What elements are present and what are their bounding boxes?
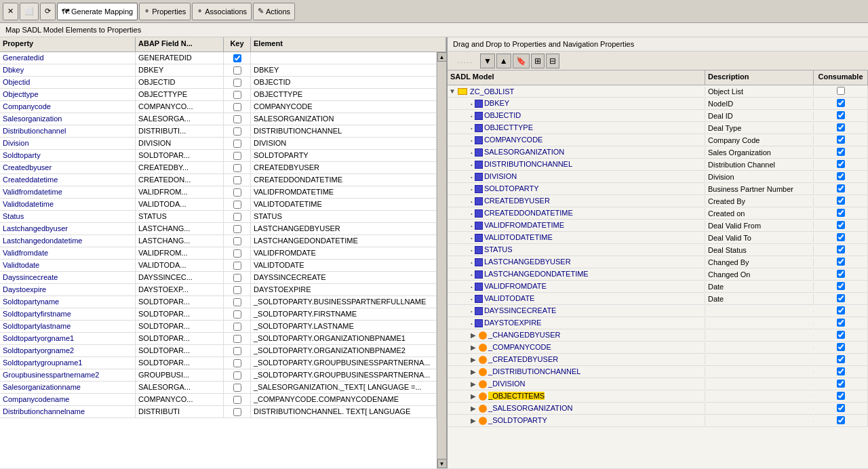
cell-key[interactable] xyxy=(224,394,251,405)
key-checkbox[interactable] xyxy=(233,298,241,306)
cell-key[interactable] xyxy=(224,296,251,308)
table-row[interactable]: ValidtodatetimeVALIDTODA...VALIDTODATETI… xyxy=(0,199,437,211)
tree-node-consumable[interactable] xyxy=(814,268,868,280)
tree-node-consumable[interactable] xyxy=(814,110,868,121)
tree-node-row[interactable]: • CREATEDDONDATETIMECreated on xyxy=(448,207,868,220)
tree-root-consumable[interactable] xyxy=(814,85,868,97)
tree-node-consumable[interactable] xyxy=(814,98,868,109)
table-row[interactable]: SoldtopartynameSOLDTOPAR..._SOLDTOPARTY.… xyxy=(0,296,437,308)
key-checkbox[interactable] xyxy=(233,371,241,380)
expand-icon[interactable]: ▶ xyxy=(471,417,476,424)
scroll-up-arrow[interactable]: ▲ xyxy=(437,52,447,62)
tree-node-row[interactable]: • VALIDTODATEDate xyxy=(448,293,868,305)
tree-node-row[interactable]: • VALIDTODATETIMEDeal Valid To xyxy=(448,232,868,244)
tree-node-consumable[interactable] xyxy=(814,317,868,329)
tree-node-consumable[interactable] xyxy=(814,378,868,390)
filter-button[interactable]: ▼ xyxy=(480,54,495,68)
table-row[interactable]: DayssincecreateDAYSSINCEC...DAYSSINCECRE… xyxy=(0,272,437,284)
consumable-checkbox[interactable] xyxy=(837,416,845,424)
tree-node-consumable[interactable] xyxy=(814,232,868,243)
consumable-checkbox[interactable] xyxy=(837,184,845,192)
tree-node-consumable[interactable] xyxy=(814,403,868,414)
tree-node-consumable[interactable] xyxy=(814,390,868,402)
consumable-checkbox[interactable] xyxy=(837,99,845,107)
table-row[interactable]: Soldtopartyorgname1SOLDTOPAR..._SOLDTOPA… xyxy=(0,333,437,345)
table-row[interactable]: SoldtopartySOLDTOPAR...SOLDTOPARTY xyxy=(0,150,437,162)
key-checkbox[interactable] xyxy=(233,140,241,148)
key-checkbox[interactable] xyxy=(233,359,241,367)
consumable-checkbox[interactable] xyxy=(837,111,845,119)
cell-key[interactable] xyxy=(224,64,251,76)
table-row[interactable]: ValidtodateVALIDTODA...VALIDTODATE xyxy=(0,260,437,272)
key-checkbox[interactable] xyxy=(233,408,241,416)
tree-node-row[interactable]: • DIVISIONDivision xyxy=(448,171,868,183)
key-checkbox[interactable] xyxy=(233,213,241,221)
bookmark-button[interactable]: 🔖 xyxy=(513,54,530,68)
tree-node-consumable[interactable] xyxy=(814,329,868,341)
consumable-checkbox[interactable] xyxy=(837,270,845,278)
tree-node-row[interactable]: • LASTCHANGEDBYUSERChanged By xyxy=(448,256,868,268)
cell-key[interactable] xyxy=(224,186,251,198)
table-row[interactable]: SalesorganizationnameSALESORGA..._SALESO… xyxy=(0,382,437,394)
cell-key[interactable] xyxy=(224,406,251,417)
table-row[interactable]: CompanycodenameCOMPANYCO..._COMPANYCODE.… xyxy=(0,394,437,406)
cell-key[interactable] xyxy=(224,174,251,186)
tree-node-row[interactable]: ▶ _SALESORGANIZATION xyxy=(448,403,868,415)
cell-key[interactable] xyxy=(224,235,251,247)
tree-root-row[interactable]: ▼ZC_OBJLISTObject List xyxy=(448,85,868,98)
tree-node-row[interactable]: • OBJECTIDDeal ID xyxy=(448,110,868,122)
consumable-checkbox[interactable] xyxy=(837,197,845,205)
cell-key[interactable] xyxy=(224,369,251,381)
expand-icon[interactable]: ▶ xyxy=(471,392,476,400)
tree-node-row[interactable]: • STATUSDeal Status xyxy=(448,244,868,256)
tree-node-consumable[interactable] xyxy=(814,195,868,207)
consumable-checkbox[interactable] xyxy=(837,233,845,241)
consumable-checkbox[interactable] xyxy=(837,258,845,266)
tree-node-row[interactable]: ▶ _COMPANYCODE xyxy=(448,342,868,354)
properties-button[interactable]: ⚬ Properties xyxy=(139,3,191,20)
consumable-checkbox[interactable] xyxy=(837,404,845,412)
cell-key[interactable] xyxy=(224,223,251,234)
table-row[interactable]: GeneratedidGENERATEDID xyxy=(0,52,437,64)
table-row[interactable]: DbkeyDBKEYDBKEY xyxy=(0,64,437,77)
tree-node-row[interactable]: • VALIDFROMDATEDate xyxy=(448,281,868,293)
right-table[interactable]: ▼ZC_OBJLISTObject List• DBKEYNodeID• OBJ… xyxy=(448,85,868,468)
expand-icon[interactable]: ▶ xyxy=(471,368,476,375)
consumable-checkbox[interactable] xyxy=(837,294,845,302)
key-checkbox[interactable] xyxy=(233,91,241,99)
expand-icon[interactable]: ▼ xyxy=(449,87,456,95)
cell-key[interactable] xyxy=(224,321,251,332)
tree-node-consumable[interactable] xyxy=(814,293,868,304)
consumable-checkbox[interactable] xyxy=(837,392,845,400)
cell-key[interactable] xyxy=(224,272,251,283)
cell-key[interactable] xyxy=(224,345,251,356)
key-checkbox[interactable] xyxy=(233,310,241,319)
tree-node-consumable[interactable] xyxy=(814,207,868,219)
consumable-checkbox[interactable] xyxy=(837,245,845,253)
table-row[interactable]: ObjecttypeOBJECTTYPEOBJECTTYPE xyxy=(0,89,437,101)
table-row[interactable]: StatusSTATUSSTATUS xyxy=(0,211,437,223)
expand-icon[interactable]: ▶ xyxy=(471,356,476,363)
tree-node-consumable[interactable] xyxy=(814,220,868,231)
tree-node-consumable[interactable] xyxy=(814,354,868,365)
table-row[interactable]: Soldtopartygroupname1SOLDTOPAR..._SOLDTO… xyxy=(0,357,437,369)
consumable-checkbox[interactable] xyxy=(837,172,845,180)
table-row[interactable]: ValidfromdateVALIDFROM...VALIDFROMDATE xyxy=(0,247,437,260)
tree-node-consumable[interactable] xyxy=(814,146,868,158)
table-button[interactable]: ⊞ xyxy=(531,54,545,68)
tree-node-row[interactable]: • DISTRIBUTIONCHANNELDistribution Channe… xyxy=(448,159,868,171)
consumable-checkbox[interactable] xyxy=(837,160,845,168)
expand-icon[interactable]: ▶ xyxy=(471,405,476,412)
tree-node-consumable[interactable] xyxy=(814,122,868,134)
table-row[interactable]: CreatedbyuserCREATEDBY...CREATEDBYUSER xyxy=(0,162,437,174)
cell-key[interactable] xyxy=(224,125,251,137)
tree-node-row[interactable]: • DAYSTOEXPIRE xyxy=(448,317,868,329)
close-button[interactable]: ✕ xyxy=(3,3,18,20)
key-checkbox[interactable] xyxy=(233,176,241,184)
key-checkbox[interactable] xyxy=(233,262,241,270)
key-checkbox[interactable] xyxy=(233,188,241,197)
up-button[interactable]: ▲ xyxy=(496,54,511,68)
cell-key[interactable] xyxy=(224,211,251,222)
tree-node-row[interactable]: ▶ _SOLDTOPARTY xyxy=(448,415,868,427)
key-checkbox[interactable] xyxy=(233,286,241,294)
